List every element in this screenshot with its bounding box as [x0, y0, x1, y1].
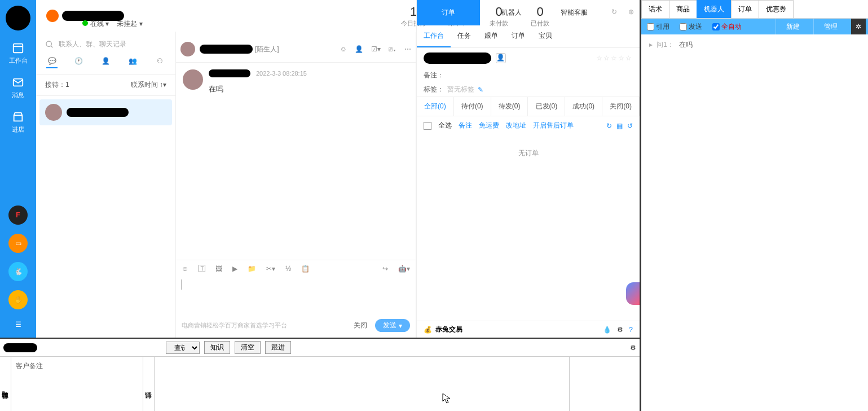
new-button[interactable]: 新建 — [776, 19, 810, 34]
action-remark[interactable]: 备注 — [459, 121, 472, 130]
search-icon — [45, 40, 54, 49]
hang-status[interactable]: 未挂起 ▾ — [117, 19, 142, 29]
app-shortcut-4[interactable]: ✋ — [8, 290, 28, 309]
filter-chat-icon[interactable]: 💬 — [46, 57, 58, 68]
chat-header: [陌生人] ☺ 👤 ☑▾ ⎚▾ ⋯ — [176, 32, 416, 63]
chat-action-icon[interactable]: ☺ — [340, 45, 347, 53]
conversation-item[interactable] — [39, 99, 172, 125]
chk-auto[interactable]: 全自动 — [709, 22, 745, 32]
add-icon[interactable]: ⊕ — [623, 0, 640, 25]
select-all-checkbox[interactable] — [424, 122, 431, 130]
nav-shop[interactable]: 进店 — [0, 111, 36, 134]
subtab-order[interactable]: 订单 — [505, 25, 532, 47]
svg-rect-0 — [14, 44, 23, 53]
filter-org-icon[interactable]: ⚇ — [154, 57, 165, 68]
gear-icon[interactable]: ⚙ — [617, 326, 623, 334]
action-addr[interactable]: 改地址 — [506, 121, 526, 130]
emoji-icon[interactable]: ☺ — [182, 265, 188, 273]
status-closed[interactable]: 关闭(0) — [602, 97, 640, 116]
customer-notes-tab[interactable]: 顾客便签 — [0, 357, 11, 411]
refresh-icon[interactable]: ↻ — [606, 0, 623, 25]
subtab-task[interactable]: 任务 — [451, 25, 478, 47]
tab-orders[interactable]: 订单 — [417, 0, 480, 25]
bottom-user-redacted — [3, 343, 37, 352]
chat-check-icon[interactable]: ☑▾ — [371, 45, 381, 53]
grid-icon[interactable]: ▦ — [616, 122, 623, 130]
edit-icon[interactable]: ✎ — [478, 86, 483, 94]
tag-field[interactable]: 标签：暂无标签 ✎ — [417, 82, 640, 97]
question-item[interactable]: ▸ 问1： 在吗 — [641, 34, 868, 55]
close-button[interactable]: 关闭 — [354, 321, 367, 330]
drop-icon[interactable]: 💧 — [603, 326, 611, 334]
nav-messages[interactable]: 消息 — [0, 76, 36, 99]
image-icon[interactable]: 🖼 — [215, 265, 222, 273]
shop-icon — [12, 111, 24, 123]
percent-icon[interactable]: ½ — [285, 265, 291, 273]
action-freeship[interactable]: 免运费 — [479, 121, 499, 130]
bottom-strip: 查链 知识 清空 跟进 ⚙ 顾客便签 客户备注 详情 — [0, 338, 640, 411]
filter-group-icon[interactable]: 👥 — [127, 57, 138, 68]
remark-field[interactable]: 备注： — [417, 68, 640, 82]
transfer-icon[interactable]: ↪ — [382, 265, 388, 273]
history-icon[interactable]: ↺ — [627, 122, 633, 130]
right-gear-icon[interactable]: ✲ — [851, 19, 866, 34]
online-status[interactable]: 在线 ▾ — [82, 19, 109, 29]
float-button[interactable] — [626, 282, 641, 305]
subtab-follow[interactable]: 跟单 — [478, 25, 505, 47]
tab-robot[interactable]: 机器人 — [480, 0, 543, 25]
clipboard-icon[interactable]: 📋 — [301, 265, 310, 273]
robot-icon[interactable]: 🤖▾ — [398, 265, 410, 273]
help-icon[interactable]: ? — [629, 326, 633, 334]
details-area — [155, 357, 570, 411]
status-unship[interactable]: 待发(0) — [491, 97, 528, 116]
orders-empty: 无订单 — [417, 135, 640, 172]
cut-icon[interactable]: ✂▾ — [266, 265, 275, 273]
chat-profile-icon[interactable]: 👤 — [355, 45, 363, 53]
sort-dropdown[interactable]: 联系时间 ↑▾ — [131, 80, 166, 90]
status-shipped[interactable]: 已发(0) — [528, 97, 565, 116]
message-input[interactable] — [176, 277, 416, 317]
rtab-order[interactable]: 订单 — [731, 0, 759, 18]
status-all[interactable]: 全部(0) — [417, 97, 454, 116]
refresh2-icon[interactable]: ↻ — [606, 122, 612, 130]
self-avatar[interactable] — [6, 6, 30, 30]
rtab-product[interactable]: 商品 — [669, 0, 697, 18]
chat-more-icon[interactable]: ⋯ — [404, 45, 411, 53]
mail-icon — [12, 76, 24, 89]
rtab-coupon[interactable]: 优惠券 — [759, 0, 794, 18]
app-shortcut-2[interactable]: ▭ — [8, 234, 28, 253]
status-unpaid[interactable]: 待付(0) — [454, 97, 491, 116]
rtab-robot[interactable]: 机器人 — [697, 0, 732, 18]
filter-person-icon[interactable]: 👤 — [100, 57, 112, 68]
follow-button[interactable]: 跟进 — [265, 341, 291, 354]
knowledge-button[interactable]: 知识 — [204, 341, 230, 354]
user-mood-icon — [46, 10, 59, 22]
settings-icon[interactable]: ⚙ — [630, 344, 636, 352]
rtab-script[interactable]: 话术 — [641, 0, 669, 18]
details-tab[interactable]: 详情 — [143, 357, 155, 411]
lookup-select[interactable]: 查链 — [166, 342, 200, 354]
clear-button[interactable]: 清空 — [235, 341, 261, 354]
chat-video-icon[interactable]: ⎚▾ — [389, 45, 396, 53]
chk-quote[interactable]: 引用 — [644, 22, 673, 32]
nav-workbench[interactable]: 工作台 — [0, 42, 36, 65]
search-input[interactable]: 联系人、群、聊天记录 — [36, 32, 175, 57]
right-tabs: 话术 商品 机器人 订单 优惠券 — [641, 0, 868, 19]
filter-clock-icon[interactable]: 🕐 — [73, 57, 85, 68]
receive-row: 接待：1 联系时间 ↑▾ — [36, 74, 175, 96]
menu-icon[interactable]: ☰ — [15, 321, 21, 329]
customer-row: 👤 ☆☆☆☆☆ — [417, 48, 640, 68]
text-icon[interactable]: 🅃 — [199, 265, 205, 273]
manage-button[interactable]: 管理 — [813, 19, 848, 34]
status-done[interactable]: 成功(0) — [565, 97, 602, 116]
action-aftersale[interactable]: 开启售后订单 — [533, 121, 574, 130]
app-shortcut-3[interactable]: 🐇 — [8, 262, 28, 281]
video-play-icon[interactable]: ▶ — [232, 265, 237, 273]
chk-send[interactable]: 发送 — [676, 22, 706, 32]
subtab-item[interactable]: 宝贝 — [532, 25, 559, 47]
subtab-workbench[interactable]: 工作台 — [417, 25, 451, 47]
tab-smart[interactable]: 智能客服 — [543, 0, 606, 25]
app-shortcut-1[interactable]: F — [8, 206, 28, 225]
file-icon[interactable]: 📁 — [248, 265, 256, 273]
send-button[interactable]: 发送▾ — [375, 319, 410, 332]
